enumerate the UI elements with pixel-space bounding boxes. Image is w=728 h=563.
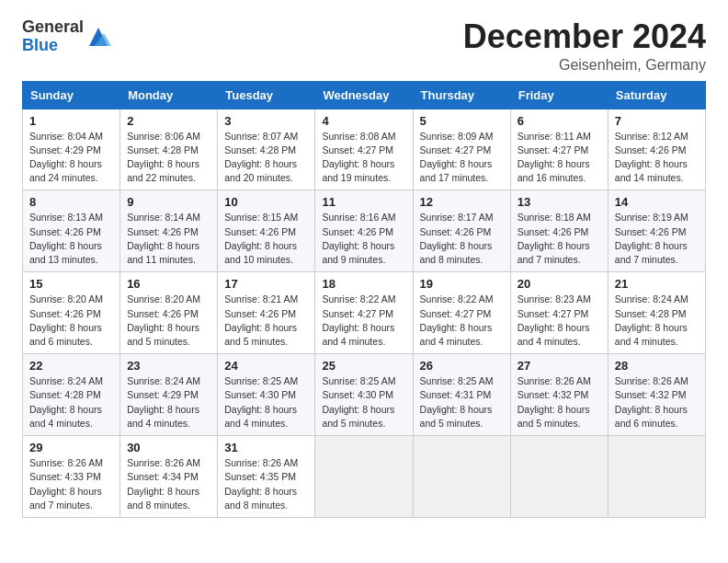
day-detail: Sunrise: 8:20 AMSunset: 4:26 PMDaylight:… (127, 293, 200, 347)
day-cell: 15 Sunrise: 8:20 AMSunset: 4:26 PMDaylig… (23, 272, 120, 354)
day-number: 11 (322, 195, 405, 209)
day-cell: 18 Sunrise: 8:22 AMSunset: 4:27 PMDaylig… (315, 272, 413, 354)
day-cell (608, 436, 705, 518)
day-detail: Sunrise: 8:19 AMSunset: 4:26 PMDaylight:… (615, 212, 688, 265)
day-detail: Sunrise: 8:26 AMSunset: 4:34 PMDaylight:… (127, 457, 200, 511)
day-cell: 29 Sunrise: 8:26 AMSunset: 4:33 PMDaylig… (23, 436, 120, 518)
logo: General Blue (22, 18, 113, 55)
weekday-header-thursday: Thursday (413, 81, 510, 109)
day-number: 1 (29, 114, 113, 128)
day-number: 31 (224, 441, 308, 454)
day-detail: Sunrise: 8:24 AMSunset: 4:28 PMDaylight:… (615, 293, 688, 347)
day-number: 5 (420, 114, 504, 128)
day-cell: 11 Sunrise: 8:16 AMSunset: 4:26 PMDaylig… (315, 190, 413, 272)
day-cell: 12 Sunrise: 8:17 AMSunset: 4:26 PMDaylig… (413, 190, 510, 272)
day-detail: Sunrise: 8:25 AMSunset: 4:30 PMDaylight:… (224, 375, 298, 429)
day-detail: Sunrise: 8:04 AMSunset: 4:29 PMDaylight:… (29, 131, 103, 184)
day-cell (510, 436, 608, 518)
day-detail: Sunrise: 8:13 AMSunset: 4:26 PMDaylight:… (29, 212, 103, 265)
day-number: 18 (322, 277, 405, 291)
day-number: 15 (29, 277, 113, 291)
day-number: 9 (127, 195, 210, 209)
day-detail: Sunrise: 8:26 AMSunset: 4:33 PMDaylight:… (29, 457, 103, 511)
day-detail: Sunrise: 8:14 AMSunset: 4:26 PMDaylight:… (127, 212, 200, 265)
day-cell: 17 Sunrise: 8:21 AMSunset: 4:26 PMDaylig… (218, 272, 315, 354)
day-number: 26 (420, 359, 504, 373)
day-cell: 30 Sunrise: 8:26 AMSunset: 4:34 PMDaylig… (120, 436, 218, 518)
calendar-body: 1 Sunrise: 8:04 AMSunset: 4:29 PMDayligh… (23, 109, 706, 517)
weekday-header-wednesday: Wednesday (315, 81, 413, 109)
day-detail: Sunrise: 8:26 AMSunset: 4:35 PMDaylight:… (224, 457, 298, 511)
day-detail: Sunrise: 8:20 AMSunset: 4:26 PMDaylight:… (29, 293, 103, 347)
day-detail: Sunrise: 8:24 AMSunset: 4:28 PMDaylight:… (29, 375, 103, 429)
location-title: Geisenheim, Germany (463, 57, 706, 74)
day-number: 24 (224, 359, 308, 373)
logo-text-blue: Blue (22, 37, 84, 55)
day-detail: Sunrise: 8:11 AMSunset: 4:27 PMDaylight:… (518, 131, 591, 184)
weekday-header-sunday: Sunday (23, 81, 120, 109)
day-cell: 7 Sunrise: 8:12 AMSunset: 4:26 PMDayligh… (608, 109, 705, 190)
week-row-1: 1 Sunrise: 8:04 AMSunset: 4:29 PMDayligh… (23, 109, 706, 190)
day-cell: 6 Sunrise: 8:11 AMSunset: 4:27 PMDayligh… (510, 109, 608, 190)
day-detail: Sunrise: 8:22 AMSunset: 4:27 PMDaylight:… (322, 293, 395, 347)
weekday-header-tuesday: Tuesday (218, 81, 315, 109)
day-number: 17 (224, 277, 308, 291)
week-row-3: 15 Sunrise: 8:20 AMSunset: 4:26 PMDaylig… (23, 272, 706, 354)
day-number: 4 (322, 114, 405, 128)
day-cell: 3 Sunrise: 8:07 AMSunset: 4:28 PMDayligh… (218, 109, 315, 190)
week-row-5: 29 Sunrise: 8:26 AMSunset: 4:33 PMDaylig… (23, 436, 706, 518)
day-number: 27 (518, 359, 601, 373)
day-detail: Sunrise: 8:25 AMSunset: 4:31 PMDaylight:… (420, 375, 494, 429)
day-detail: Sunrise: 8:16 AMSunset: 4:26 PMDaylight:… (322, 212, 395, 265)
day-cell: 26 Sunrise: 8:25 AMSunset: 4:31 PMDaylig… (413, 354, 510, 436)
day-detail: Sunrise: 8:22 AMSunset: 4:27 PMDaylight:… (420, 293, 494, 347)
day-number: 16 (127, 277, 210, 291)
page-header: General Blue December 2024 Geisenheim, G… (22, 18, 706, 74)
day-detail: Sunrise: 8:23 AMSunset: 4:27 PMDaylight:… (518, 293, 591, 347)
day-cell: 21 Sunrise: 8:24 AMSunset: 4:28 PMDaylig… (608, 272, 705, 354)
weekday-header-friday: Friday (510, 81, 608, 109)
day-detail: Sunrise: 8:26 AMSunset: 4:32 PMDaylight:… (615, 375, 688, 429)
day-cell: 13 Sunrise: 8:18 AMSunset: 4:26 PMDaylig… (510, 190, 608, 272)
day-cell: 5 Sunrise: 8:09 AMSunset: 4:27 PMDayligh… (413, 109, 510, 190)
day-detail: Sunrise: 8:09 AMSunset: 4:27 PMDaylight:… (420, 131, 494, 184)
month-title: December 2024 (463, 18, 706, 55)
day-detail: Sunrise: 8:25 AMSunset: 4:30 PMDaylight:… (322, 375, 395, 429)
day-cell: 22 Sunrise: 8:24 AMSunset: 4:28 PMDaylig… (23, 354, 120, 436)
day-detail: Sunrise: 8:24 AMSunset: 4:29 PMDaylight:… (127, 375, 200, 429)
weekday-header-monday: Monday (120, 81, 218, 109)
day-number: 23 (127, 359, 210, 373)
day-detail: Sunrise: 8:12 AMSunset: 4:26 PMDaylight:… (615, 131, 688, 184)
day-cell: 27 Sunrise: 8:26 AMSunset: 4:32 PMDaylig… (510, 354, 608, 436)
day-cell: 25 Sunrise: 8:25 AMSunset: 4:30 PMDaylig… (315, 354, 413, 436)
day-cell: 9 Sunrise: 8:14 AMSunset: 4:26 PMDayligh… (120, 190, 218, 272)
day-detail: Sunrise: 8:06 AMSunset: 4:28 PMDaylight:… (127, 131, 200, 184)
logo-icon (85, 24, 111, 50)
day-number: 3 (224, 114, 308, 128)
day-cell: 16 Sunrise: 8:20 AMSunset: 4:26 PMDaylig… (120, 272, 218, 354)
day-number: 13 (518, 195, 601, 209)
calendar-table: SundayMondayTuesdayWednesdayThursdayFrid… (22, 81, 706, 518)
day-detail: Sunrise: 8:08 AMSunset: 4:27 PMDaylight:… (322, 131, 395, 184)
weekday-header-row: SundayMondayTuesdayWednesdayThursdayFrid… (23, 81, 706, 109)
day-cell: 28 Sunrise: 8:26 AMSunset: 4:32 PMDaylig… (608, 354, 705, 436)
day-cell: 10 Sunrise: 8:15 AMSunset: 4:26 PMDaylig… (218, 190, 315, 272)
day-number: 8 (29, 195, 113, 209)
day-cell: 8 Sunrise: 8:13 AMSunset: 4:26 PMDayligh… (23, 190, 120, 272)
day-detail: Sunrise: 8:18 AMSunset: 4:26 PMDaylight:… (518, 212, 591, 265)
day-cell: 20 Sunrise: 8:23 AMSunset: 4:27 PMDaylig… (510, 272, 608, 354)
day-detail: Sunrise: 8:26 AMSunset: 4:32 PMDaylight:… (518, 375, 591, 429)
day-number: 20 (518, 277, 601, 291)
day-number: 21 (615, 277, 699, 291)
day-number: 22 (29, 359, 113, 373)
day-number: 30 (127, 441, 210, 454)
day-number: 12 (420, 195, 504, 209)
day-number: 25 (322, 359, 405, 373)
weekday-header-saturday: Saturday (608, 81, 705, 109)
logo-text-general: General (22, 18, 84, 37)
day-number: 2 (127, 114, 210, 128)
day-number: 19 (420, 277, 504, 291)
day-cell: 4 Sunrise: 8:08 AMSunset: 4:27 PMDayligh… (315, 109, 413, 190)
day-cell: 19 Sunrise: 8:22 AMSunset: 4:27 PMDaylig… (413, 272, 510, 354)
day-cell: 24 Sunrise: 8:25 AMSunset: 4:30 PMDaylig… (218, 354, 315, 436)
